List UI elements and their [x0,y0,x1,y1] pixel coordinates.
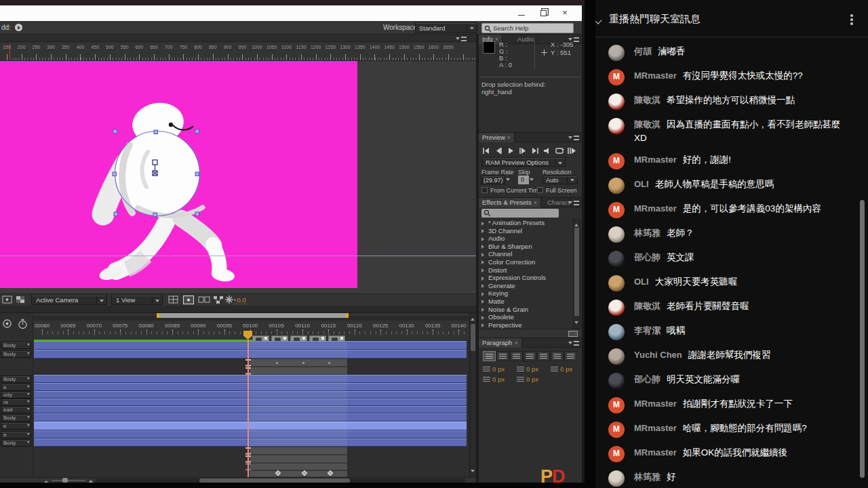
skip-caret[interactable] [530,176,536,184]
expand-arrow-icon[interactable] [481,300,486,304]
camera-view-select[interactable]: Active Camera [31,295,107,305]
fast-previews-icon[interactable] [225,296,233,304]
expand-arrow-icon[interactable] [481,323,486,327]
scroll-down-icon[interactable] [471,470,475,474]
effects-category-row[interactable]: Generate [479,282,572,290]
justify-last-right-button[interactable] [551,351,564,361]
timeline-zoom-slider[interactable] [52,480,85,481]
avatar[interactable] [608,324,625,340]
panel-menu-icon[interactable] [568,340,579,346]
expand-arrow-icon[interactable] [481,284,486,288]
expand-arrow-icon[interactable] [481,308,486,312]
indent-right-field[interactable]: 0 px [551,365,572,373]
workspace-select[interactable]: Standard [415,22,477,33]
scroll-up-icon[interactable] [574,222,578,226]
always-preview-icon[interactable] [2,296,13,304]
avatar[interactable]: M [608,397,625,413]
avatar[interactable] [608,275,625,291]
avatar[interactable] [608,45,625,61]
effects-category-row[interactable]: Blur & Sharpen [479,243,572,251]
frame-back-button[interactable] [494,146,505,155]
chevron-down-icon[interactable] [595,18,601,24]
minimize-button[interactable] [513,7,530,19]
timeline-horizontal-scrollbar[interactable] [95,479,465,483]
baymax-character[interactable] [64,95,288,291]
parent-select[interactable]: Body [1,439,31,447]
exposure-value[interactable]: +0.0 [233,296,246,304]
space-after-field[interactable]: 0 px [517,375,538,383]
expand-arrow-icon[interactable] [481,253,486,257]
effects-category-row[interactable]: Audio [479,235,572,243]
avatar[interactable] [608,348,625,365]
timeline-zoom-thumb[interactable] [62,478,68,483]
avatar[interactable] [608,226,625,243]
align-center-button[interactable] [496,351,509,361]
skip-field[interactable]: 0 [518,176,529,184]
tab-character[interactable]: Characte [544,198,571,207]
avatar[interactable]: M [608,202,625,218]
frame-rate-field[interactable]: (29.97) [481,176,505,184]
parent-select[interactable]: Body [1,350,31,358]
expand-arrow-icon[interactable] [481,277,486,281]
avatar[interactable]: M [608,153,625,169]
avatar[interactable] [608,251,625,267]
expand-arrow-icon[interactable] [481,245,486,249]
flowchart-icon[interactable] [213,296,224,304]
parent-select[interactable]: Body [1,414,31,422]
close-button[interactable]: × [556,7,574,19]
expand-arrow-icon[interactable] [481,316,486,320]
composition-viewport[interactable] [0,61,476,293]
parent-select[interactable]: Body [1,375,31,383]
loop-button[interactable] [555,146,566,155]
avatar[interactable] [608,470,625,487]
expand-arrow-icon[interactable] [481,292,486,296]
scroll-up-icon[interactable] [471,316,475,321]
expand-arrow-icon[interactable] [481,237,486,241]
align-right-button[interactable] [510,351,523,361]
avatar[interactable]: M [608,446,625,462]
view-layout-select[interactable]: 1 View [111,295,163,305]
ram-preview-button[interactable] [567,146,578,155]
parent-select[interactable]: Body [1,342,31,349]
parent-select[interactable]: e [1,431,31,439]
shared-views-icon[interactable] [198,296,210,304]
expand-arrow-icon[interactable] [481,260,486,264]
chat-menu-icon[interactable] [850,14,853,25]
add-icon[interactable] [15,24,22,31]
zoom-in-icon[interactable] [87,476,94,483]
space-before-field[interactable]: 0 px [483,375,505,383]
effects-category-row[interactable]: Keying [479,289,572,298]
avatar[interactable]: M [608,422,625,438]
current-view-icon[interactable] [183,296,194,304]
composition-scroll-strip[interactable] [0,306,476,313]
align-left-button[interactable] [483,351,496,361]
zoom-out-icon[interactable] [43,478,49,483]
timeline-vertical-scrollbar[interactable] [469,313,476,477]
full-screen-checkbox[interactable] [537,187,543,193]
ram-preview-options-select[interactable]: RAM Preview Options [481,157,566,167]
scrollbar-thumb[interactable] [199,479,350,483]
justify-last-center-button[interactable] [537,351,550,361]
go-to-end-button[interactable] [530,146,541,155]
go-to-start-button[interactable] [481,146,492,155]
chat-mode-select[interactable]: 重播熱門聊天室訊息 [609,13,701,26]
expand-arrow-icon[interactable] [481,222,486,226]
avatar[interactable]: M [608,69,625,85]
restore-button[interactable] [534,7,552,19]
justify-all-button[interactable] [564,351,577,361]
frame-rate-caret[interactable] [506,176,512,184]
avatar[interactable] [608,373,625,389]
avatar[interactable] [608,300,625,316]
parent-select[interactable]: re [1,399,31,406]
expand-arrow-icon[interactable] [481,268,486,272]
from-current-time-checkbox[interactable] [481,187,488,193]
search-help-input[interactable] [493,24,571,33]
effects-category-row[interactable]: Distort [479,266,572,274]
effects-category-row[interactable]: Channel [479,250,572,258]
justify-last-left-button[interactable] [524,351,536,361]
new-panel-icon[interactable] [568,331,578,337]
indent-first-line-field[interactable]: 0 px [517,365,538,373]
indent-left-field[interactable]: 0 px [483,365,505,373]
tab-paragraph[interactable]: Paragraph× [479,338,522,348]
panel-menu-icon[interactable] [568,200,579,206]
